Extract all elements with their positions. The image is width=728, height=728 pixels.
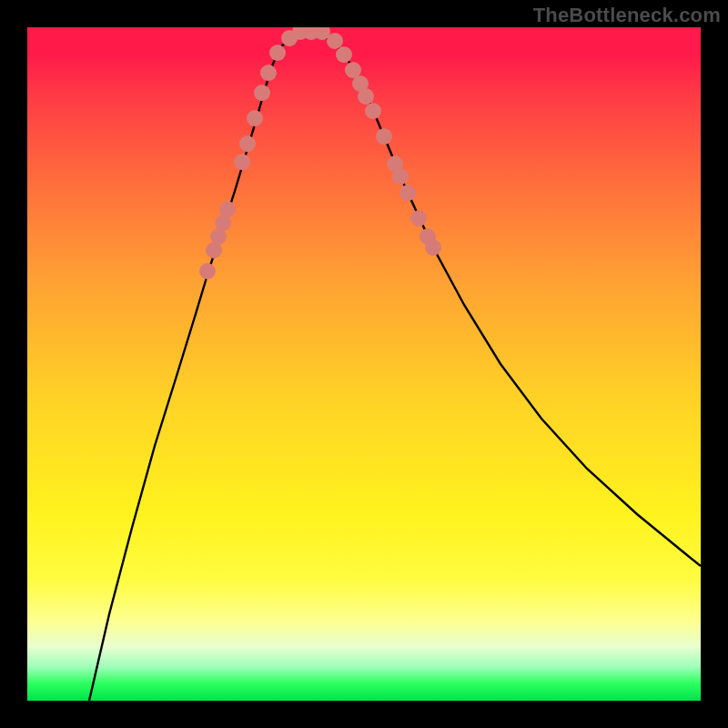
plot-area (27, 27, 701, 701)
chart-frame: TheBottleneck.com (0, 0, 728, 728)
data-point (399, 185, 416, 201)
data-point (410, 210, 427, 227)
data-point (239, 136, 256, 152)
data-point (219, 201, 236, 217)
watermark-text: TheBottleneck.com (533, 4, 721, 27)
data-point (199, 263, 216, 279)
data-point (365, 103, 381, 119)
data-point (336, 46, 352, 63)
bottleneck-curve (27, 27, 701, 701)
data-point (425, 239, 441, 256)
data-point (254, 85, 270, 101)
data-point (234, 154, 250, 170)
data-point (260, 65, 277, 81)
data-point (376, 128, 392, 145)
data-point (247, 110, 263, 126)
data-point (269, 45, 286, 61)
data-point (392, 168, 409, 185)
